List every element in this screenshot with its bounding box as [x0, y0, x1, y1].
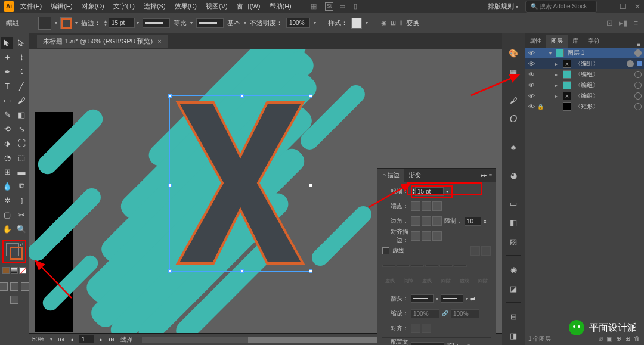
align-center-button[interactable] — [411, 231, 420, 241]
artboard-nav-prev[interactable]: ◂ — [70, 336, 73, 343]
magic-wand-tool[interactable]: ✦ — [1, 51, 13, 63]
rectangle-tool[interactable]: ▭ — [1, 94, 13, 106]
tab-properties[interactable]: 属性 — [525, 35, 546, 48]
arrange-icon[interactable]: ▭ — [339, 2, 348, 11]
menu-object[interactable]: 对象(O) — [82, 2, 104, 10]
draw-normal-icon[interactable] — [0, 282, 8, 291]
color-panel-icon[interactable]: 🎨 — [507, 46, 520, 60]
align-outside-button[interactable] — [432, 231, 442, 241]
target-icon[interactable] — [627, 60, 634, 67]
stroke-swatch[interactable] — [61, 18, 72, 29]
color-mode-solid[interactable] — [2, 267, 10, 274]
curvature-tool[interactable]: ⤹ — [16, 66, 27, 77]
join-miter-button[interactable] — [411, 216, 420, 226]
color-mode-none[interactable] — [19, 267, 26, 274]
paintbrush-tool[interactable]: 🖌 — [16, 94, 27, 106]
layer-name[interactable]: 〈矩形〉 — [573, 102, 633, 111]
color-mode-gradient[interactable] — [11, 267, 18, 274]
miter-limit-field[interactable]: 10 — [465, 217, 481, 226]
stroke-panel-icon[interactable]: ▭ — [507, 197, 520, 210]
style-swatch[interactable] — [351, 18, 362, 29]
free-transform-tool[interactable]: ⛶ — [16, 137, 27, 149]
stroke-profile-preview[interactable] — [143, 18, 170, 28]
visibility-toggle[interactable]: 👁 — [527, 71, 535, 78]
color-guide-icon[interactable]: ◕ — [507, 169, 520, 182]
scale-tool[interactable]: ⤡ — [16, 123, 27, 135]
visibility-toggle[interactable]: 👁 — [527, 92, 535, 100]
new-layer-icon[interactable]: ⊞ — [625, 335, 630, 343]
tab-character[interactable]: 字符 — [583, 35, 605, 48]
target-icon[interactable] — [634, 71, 642, 78]
layer-name[interactable]: 〈编组〉 — [573, 81, 633, 89]
layer-row[interactable]: 👁▸〈编组〉 — [525, 69, 644, 80]
gradient-panel-icon[interactable]: ◧ — [507, 216, 520, 229]
expand-toggle[interactable]: ▸ — [555, 72, 561, 77]
expand-toggle[interactable]: ▸ — [555, 94, 561, 99]
artboard-nav-next[interactable]: ▸ — [100, 336, 103, 343]
layer-row[interactable]: 👁▸X〈编组〉 — [525, 91, 644, 101]
layer-name[interactable]: 〈编组〉 — [573, 92, 633, 100]
zoom-tool[interactable]: 🔍 — [16, 223, 27, 235]
pen-tool[interactable]: ✒ — [1, 66, 13, 77]
draw-inside-icon[interactable] — [21, 282, 29, 291]
cap-projecting-button[interactable] — [432, 201, 442, 211]
layer-name[interactable]: 〈编组〉 — [573, 70, 633, 79]
layer-row[interactable]: 👁▼图层 1 — [525, 48, 644, 58]
align-icon[interactable]: ⊞ — [391, 19, 396, 27]
maximize-button[interactable]: ☐ — [620, 2, 626, 11]
direct-selection-tool[interactable] — [16, 37, 27, 49]
selection-tool[interactable] — [1, 37, 13, 49]
visibility-toggle[interactable]: 👁 — [527, 103, 535, 110]
stroke-proxy[interactable] — [10, 247, 23, 260]
stroke-weight-input[interactable]: 15 pt — [109, 18, 135, 28]
type-tool[interactable]: T — [1, 80, 13, 92]
shape-builder-tool[interactable]: ◔ — [1, 151, 13, 163]
expand-toggle[interactable]: ▸ — [555, 61, 561, 67]
stroke-weight-field[interactable]: 15 pt — [415, 187, 444, 196]
swatches-panel-icon[interactable]: ▦ — [507, 66, 520, 79]
eraser-tool[interactable]: ◧ — [16, 108, 27, 120]
panel-collapse-icon[interactable]: ▸▸ ≡ — [478, 172, 496, 178]
dashed-checkbox[interactable] — [382, 247, 389, 254]
brushes-panel-icon[interactable]: 🖌 — [507, 94, 520, 107]
tab-libraries[interactable]: 库 — [568, 35, 583, 48]
menu-help[interactable]: 帮助(H) — [270, 2, 292, 10]
distribute-icon[interactable]: ⫴ — [400, 19, 402, 27]
menu-effect[interactable]: 效果(C) — [175, 2, 197, 10]
align-inside-button[interactable] — [422, 231, 431, 241]
artboard-nav-first[interactable]: ⏮ — [58, 336, 64, 343]
screen-mode-icon[interactable] — [10, 296, 18, 304]
tab-layers[interactable]: 图层 — [546, 35, 568, 48]
artboard-tool[interactable]: ▢ — [1, 209, 13, 220]
target-icon[interactable] — [634, 92, 642, 100]
panel-toggle-icon[interactable]: ▸▮ — [619, 18, 627, 27]
line-tool[interactable]: ╱ — [16, 80, 27, 92]
minimize-button[interactable]: ― — [604, 2, 611, 11]
target-icon[interactable] — [634, 82, 642, 89]
target-icon[interactable] — [634, 49, 642, 57]
stock-icon[interactable]: St — [325, 2, 333, 11]
expand-toggle[interactable]: ▸ — [555, 83, 561, 88]
layer-name[interactable]: 〈编组〉 — [573, 60, 625, 68]
fill-caret-icon[interactable]: ▾ — [55, 20, 57, 26]
cap-butt-button[interactable] — [411, 201, 420, 211]
stroke-panel[interactable]: ○ 描边 渐变 ▸▸ ≡ 粗细： ▴▾ 15 pt ▾ 端点： 边角： — [377, 168, 496, 345]
hand-tool[interactable]: ✋ — [1, 223, 13, 235]
shaper-tool[interactable]: ✎ — [1, 108, 13, 120]
lock-toggle[interactable]: 🔒 — [537, 104, 544, 110]
pathfinder-icon[interactable]: ◨ — [507, 329, 520, 342]
stroke-caret-icon[interactable]: ▾ — [75, 20, 78, 26]
arrow-start-dropdown[interactable] — [411, 294, 434, 303]
swap-colors-icon[interactable]: ⇄ — [20, 242, 24, 247]
arrow-end-dropdown[interactable] — [441, 294, 463, 303]
menu-view[interactable]: 视图(V) — [206, 2, 228, 10]
panel-menu-icon[interactable]: ≡ — [633, 41, 644, 48]
color-proxy[interactable]: ⇄ — [2, 240, 26, 263]
transparency-panel-icon[interactable]: ▨ — [507, 235, 520, 248]
fill-swatch[interactable] — [38, 17, 51, 30]
layer-name[interactable]: 图层 1 — [566, 49, 633, 57]
bridge-icon[interactable]: ▦ — [311, 2, 319, 11]
menu-window[interactable]: 窗口(W) — [237, 2, 261, 10]
swap-arrows-icon[interactable]: ⇄ — [470, 296, 475, 302]
appearance-panel-icon[interactable]: ◉ — [507, 263, 520, 276]
